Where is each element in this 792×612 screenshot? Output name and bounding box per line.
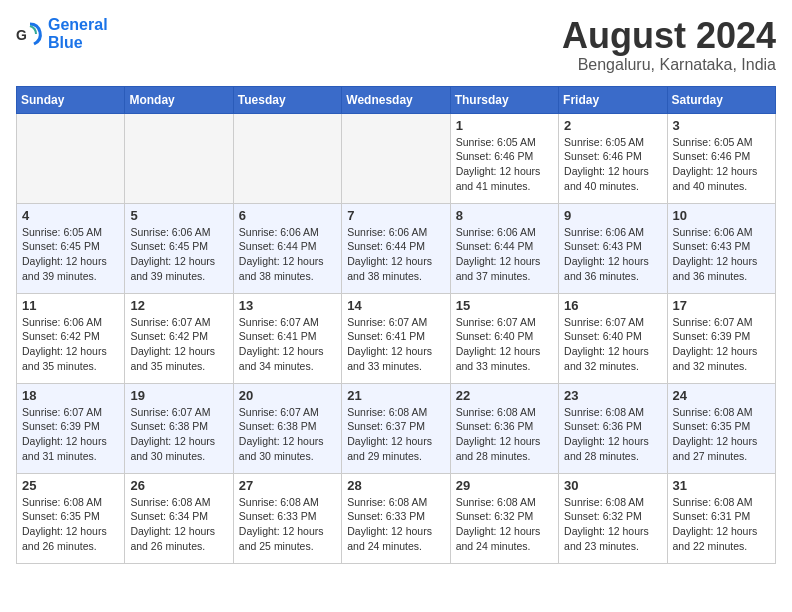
table-row: 1Sunrise: 6:05 AM Sunset: 6:46 PM Daylig… bbox=[450, 113, 558, 203]
day-number: 8 bbox=[456, 208, 553, 223]
calendar-header-row: Sunday Monday Tuesday Wednesday Thursday… bbox=[17, 86, 776, 113]
table-row: 16Sunrise: 6:07 AM Sunset: 6:40 PM Dayli… bbox=[559, 293, 667, 383]
table-row: 9Sunrise: 6:06 AM Sunset: 6:43 PM Daylig… bbox=[559, 203, 667, 293]
day-number: 31 bbox=[673, 478, 770, 493]
table-row bbox=[233, 113, 341, 203]
day-number: 6 bbox=[239, 208, 336, 223]
day-info: Sunrise: 6:08 AM Sunset: 6:33 PM Dayligh… bbox=[239, 495, 336, 554]
day-number: 22 bbox=[456, 388, 553, 403]
day-info: Sunrise: 6:07 AM Sunset: 6:39 PM Dayligh… bbox=[22, 405, 119, 464]
day-info: Sunrise: 6:08 AM Sunset: 6:32 PM Dayligh… bbox=[456, 495, 553, 554]
week-row-4: 18Sunrise: 6:07 AM Sunset: 6:39 PM Dayli… bbox=[17, 383, 776, 473]
day-info: Sunrise: 6:06 AM Sunset: 6:43 PM Dayligh… bbox=[564, 225, 661, 284]
day-info: Sunrise: 6:08 AM Sunset: 6:32 PM Dayligh… bbox=[564, 495, 661, 554]
page-header: G General Blue August 2024 Bengaluru, Ka… bbox=[16, 16, 776, 74]
day-info: Sunrise: 6:07 AM Sunset: 6:39 PM Dayligh… bbox=[673, 315, 770, 374]
day-info: Sunrise: 6:08 AM Sunset: 6:35 PM Dayligh… bbox=[673, 405, 770, 464]
day-info: Sunrise: 6:06 AM Sunset: 6:44 PM Dayligh… bbox=[347, 225, 444, 284]
svg-text:G: G bbox=[16, 27, 27, 43]
table-row: 13Sunrise: 6:07 AM Sunset: 6:41 PM Dayli… bbox=[233, 293, 341, 383]
table-row: 15Sunrise: 6:07 AM Sunset: 6:40 PM Dayli… bbox=[450, 293, 558, 383]
table-row: 11Sunrise: 6:06 AM Sunset: 6:42 PM Dayli… bbox=[17, 293, 125, 383]
table-row: 3Sunrise: 6:05 AM Sunset: 6:46 PM Daylig… bbox=[667, 113, 775, 203]
table-row: 24Sunrise: 6:08 AM Sunset: 6:35 PM Dayli… bbox=[667, 383, 775, 473]
day-info: Sunrise: 6:08 AM Sunset: 6:35 PM Dayligh… bbox=[22, 495, 119, 554]
day-number: 3 bbox=[673, 118, 770, 133]
table-row bbox=[125, 113, 233, 203]
table-row: 6Sunrise: 6:06 AM Sunset: 6:44 PM Daylig… bbox=[233, 203, 341, 293]
table-row: 22Sunrise: 6:08 AM Sunset: 6:36 PM Dayli… bbox=[450, 383, 558, 473]
day-number: 2 bbox=[564, 118, 661, 133]
table-row: 8Sunrise: 6:06 AM Sunset: 6:44 PM Daylig… bbox=[450, 203, 558, 293]
day-info: Sunrise: 6:08 AM Sunset: 6:36 PM Dayligh… bbox=[456, 405, 553, 464]
table-row: 4Sunrise: 6:05 AM Sunset: 6:45 PM Daylig… bbox=[17, 203, 125, 293]
day-number: 29 bbox=[456, 478, 553, 493]
day-info: Sunrise: 6:07 AM Sunset: 6:41 PM Dayligh… bbox=[347, 315, 444, 374]
table-row: 20Sunrise: 6:07 AM Sunset: 6:38 PM Dayli… bbox=[233, 383, 341, 473]
week-row-1: 1Sunrise: 6:05 AM Sunset: 6:46 PM Daylig… bbox=[17, 113, 776, 203]
table-row: 5Sunrise: 6:06 AM Sunset: 6:45 PM Daylig… bbox=[125, 203, 233, 293]
header-monday: Monday bbox=[125, 86, 233, 113]
day-info: Sunrise: 6:08 AM Sunset: 6:36 PM Dayligh… bbox=[564, 405, 661, 464]
table-row: 2Sunrise: 6:05 AM Sunset: 6:46 PM Daylig… bbox=[559, 113, 667, 203]
table-row: 28Sunrise: 6:08 AM Sunset: 6:33 PM Dayli… bbox=[342, 473, 450, 563]
table-row bbox=[342, 113, 450, 203]
day-info: Sunrise: 6:05 AM Sunset: 6:45 PM Dayligh… bbox=[22, 225, 119, 284]
day-number: 12 bbox=[130, 298, 227, 313]
header-tuesday: Tuesday bbox=[233, 86, 341, 113]
table-row: 12Sunrise: 6:07 AM Sunset: 6:42 PM Dayli… bbox=[125, 293, 233, 383]
day-info: Sunrise: 6:07 AM Sunset: 6:38 PM Dayligh… bbox=[130, 405, 227, 464]
day-number: 11 bbox=[22, 298, 119, 313]
day-info: Sunrise: 6:07 AM Sunset: 6:40 PM Dayligh… bbox=[564, 315, 661, 374]
day-number: 27 bbox=[239, 478, 336, 493]
logo-subtext: Blue bbox=[48, 34, 108, 52]
day-info: Sunrise: 6:06 AM Sunset: 6:44 PM Dayligh… bbox=[456, 225, 553, 284]
table-row: 23Sunrise: 6:08 AM Sunset: 6:36 PM Dayli… bbox=[559, 383, 667, 473]
day-number: 4 bbox=[22, 208, 119, 223]
table-row: 25Sunrise: 6:08 AM Sunset: 6:35 PM Dayli… bbox=[17, 473, 125, 563]
day-number: 24 bbox=[673, 388, 770, 403]
day-number: 13 bbox=[239, 298, 336, 313]
day-number: 1 bbox=[456, 118, 553, 133]
table-row: 19Sunrise: 6:07 AM Sunset: 6:38 PM Dayli… bbox=[125, 383, 233, 473]
location: Bengaluru, Karnataka, India bbox=[562, 56, 776, 74]
day-info: Sunrise: 6:05 AM Sunset: 6:46 PM Dayligh… bbox=[456, 135, 553, 194]
day-number: 7 bbox=[347, 208, 444, 223]
week-row-3: 11Sunrise: 6:06 AM Sunset: 6:42 PM Dayli… bbox=[17, 293, 776, 383]
day-info: Sunrise: 6:06 AM Sunset: 6:42 PM Dayligh… bbox=[22, 315, 119, 374]
table-row: 31Sunrise: 6:08 AM Sunset: 6:31 PM Dayli… bbox=[667, 473, 775, 563]
day-info: Sunrise: 6:07 AM Sunset: 6:42 PM Dayligh… bbox=[130, 315, 227, 374]
table-row: 27Sunrise: 6:08 AM Sunset: 6:33 PM Dayli… bbox=[233, 473, 341, 563]
day-info: Sunrise: 6:05 AM Sunset: 6:46 PM Dayligh… bbox=[673, 135, 770, 194]
header-friday: Friday bbox=[559, 86, 667, 113]
logo: G General Blue bbox=[16, 16, 108, 51]
logo-text: General bbox=[48, 16, 108, 34]
day-number: 21 bbox=[347, 388, 444, 403]
day-number: 23 bbox=[564, 388, 661, 403]
day-number: 28 bbox=[347, 478, 444, 493]
day-info: Sunrise: 6:06 AM Sunset: 6:43 PM Dayligh… bbox=[673, 225, 770, 284]
day-number: 15 bbox=[456, 298, 553, 313]
week-row-5: 25Sunrise: 6:08 AM Sunset: 6:35 PM Dayli… bbox=[17, 473, 776, 563]
day-number: 17 bbox=[673, 298, 770, 313]
day-info: Sunrise: 6:08 AM Sunset: 6:33 PM Dayligh… bbox=[347, 495, 444, 554]
table-row bbox=[17, 113, 125, 203]
day-info: Sunrise: 6:08 AM Sunset: 6:34 PM Dayligh… bbox=[130, 495, 227, 554]
table-row: 17Sunrise: 6:07 AM Sunset: 6:39 PM Dayli… bbox=[667, 293, 775, 383]
day-number: 16 bbox=[564, 298, 661, 313]
table-row: 18Sunrise: 6:07 AM Sunset: 6:39 PM Dayli… bbox=[17, 383, 125, 473]
month-year: August 2024 bbox=[562, 16, 776, 56]
header-wednesday: Wednesday bbox=[342, 86, 450, 113]
table-row: 21Sunrise: 6:08 AM Sunset: 6:37 PM Dayli… bbox=[342, 383, 450, 473]
day-info: Sunrise: 6:06 AM Sunset: 6:44 PM Dayligh… bbox=[239, 225, 336, 284]
day-info: Sunrise: 6:08 AM Sunset: 6:37 PM Dayligh… bbox=[347, 405, 444, 464]
day-number: 19 bbox=[130, 388, 227, 403]
calendar-table: Sunday Monday Tuesday Wednesday Thursday… bbox=[16, 86, 776, 564]
day-info: Sunrise: 6:08 AM Sunset: 6:31 PM Dayligh… bbox=[673, 495, 770, 554]
day-number: 14 bbox=[347, 298, 444, 313]
table-row: 30Sunrise: 6:08 AM Sunset: 6:32 PM Dayli… bbox=[559, 473, 667, 563]
table-row: 26Sunrise: 6:08 AM Sunset: 6:34 PM Dayli… bbox=[125, 473, 233, 563]
header-saturday: Saturday bbox=[667, 86, 775, 113]
day-number: 30 bbox=[564, 478, 661, 493]
day-info: Sunrise: 6:05 AM Sunset: 6:46 PM Dayligh… bbox=[564, 135, 661, 194]
